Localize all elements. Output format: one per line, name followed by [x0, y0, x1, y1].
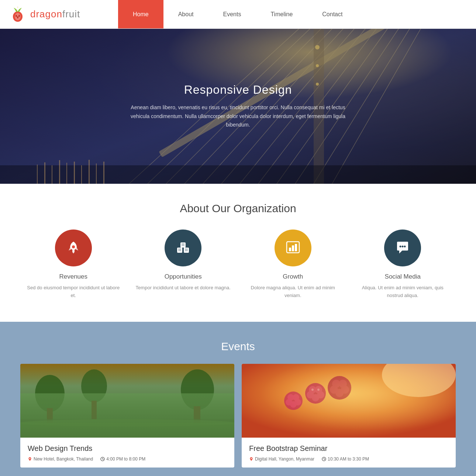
svg-point-78 [335, 389, 344, 397]
location-icon [28, 457, 32, 461]
svg-rect-31 [37, 165, 38, 184]
svg-point-68 [315, 386, 322, 393]
feature-revenues: Revenues Sed do eiusmod tempor incididun… [25, 230, 121, 300]
main-nav: Home About Events Timeline Contact [118, 0, 476, 28]
nav-home[interactable]: Home [118, 0, 163, 28]
opportunities-title: Opportunities [165, 273, 202, 280]
opportunities-desc: Tempor incididunt ut labore et dolore ma… [136, 284, 231, 292]
event-time-bootstrap: 10:30 AM to 3:30 PM [322, 456, 369, 462]
growth-desc: Dolore magna aliqua. Ut enim ad minim ve… [245, 284, 341, 300]
logo-icon [9, 6, 27, 23]
event-meta-bootstrap: Digital Hall, Yangon, Myanmar 10:30 AM t… [249, 456, 448, 462]
svg-point-77 [341, 386, 349, 394]
svg-point-22 [315, 45, 320, 49]
svg-rect-54 [92, 401, 97, 419]
svg-point-65 [382, 364, 456, 397]
logo-text: dragonfruit [30, 8, 80, 20]
svg-point-51 [35, 375, 65, 412]
svg-rect-57 [20, 419, 234, 438]
revenues-desc: Sed do eiusmod tempor incididunt ut labo… [25, 284, 121, 300]
svg-rect-35 [66, 163, 67, 184]
about-title: About Our Organization [22, 202, 454, 215]
svg-rect-42 [182, 243, 184, 246]
svg-rect-58 [20, 423, 234, 438]
event-card-web-design[interactable]: Web Design Trends New Hotel, Bangkok, Th… [20, 364, 234, 468]
events-title: Events [11, 340, 465, 353]
svg-point-47 [400, 246, 401, 248]
svg-point-60 [30, 458, 31, 459]
svg-point-72 [311, 389, 314, 391]
svg-point-81 [287, 394, 294, 401]
svg-rect-32 [44, 162, 45, 184]
events-section: Events [0, 322, 476, 476]
svg-point-79 [330, 386, 338, 394]
location-icon-2 [249, 457, 253, 461]
logo-area: dragonfruit [0, 6, 118, 23]
svg-point-74 [328, 376, 351, 400]
growth-icon-circle [275, 230, 311, 266]
events-grid: Web Design Trends New Hotel, Bangkok, Th… [11, 364, 465, 468]
event-location-text-1: New Hotel, Bangkok, Thailand [34, 456, 93, 462]
svg-rect-46 [295, 244, 297, 251]
svg-point-69 [317, 391, 324, 399]
svg-rect-29 [96, 163, 97, 184]
svg-point-70 [312, 394, 319, 401]
svg-point-55 [181, 369, 214, 410]
opportunities-icon-circle [165, 230, 201, 266]
svg-point-75 [332, 380, 340, 388]
feature-social: Social Media Aliqua. Ut enim ad minim ve… [355, 230, 451, 300]
svg-point-71 [307, 391, 314, 399]
event-meta-web-design: New Hotel, Bangkok, Thailand 4:00 PM to … [28, 456, 227, 462]
event-location-bootstrap: Digital Hall, Yangon, Myanmar [249, 456, 314, 462]
svg-point-36 [72, 245, 75, 248]
svg-line-89 [324, 459, 325, 460]
svg-point-59 [20, 419, 234, 427]
svg-rect-44 [289, 248, 291, 251]
feature-growth: Growth Dolore magna aliqua. Ut enim ad m… [245, 230, 341, 300]
hero-title: Responsive Design [127, 83, 349, 97]
event-location-web-design: New Hotel, Bangkok, Thailand [28, 456, 93, 462]
hero-content: Responsive Design Aenean diam libero, ve… [127, 83, 349, 130]
hero-description: Aenean diam libero, venenatis eu risus e… [127, 103, 349, 130]
hero-section: Responsive Design Aenean diam libero, ve… [0, 29, 476, 184]
svg-point-83 [294, 399, 301, 406]
svg-point-82 [293, 394, 299, 401]
event-name-bootstrap: Free Bootstrap Seminar [249, 444, 448, 453]
nav-timeline[interactable]: Timeline [256, 0, 307, 28]
event-card-bootstrap[interactable]: Free Bootstrap Seminar Digital Hall, Yan… [242, 364, 456, 468]
nav-events[interactable]: Events [208, 0, 256, 28]
social-desc: Aliqua. Ut enim ad minim veniam, quis no… [355, 284, 451, 300]
event-info-bootstrap: Free Bootstrap Seminar Digital Hall, Yan… [242, 438, 456, 468]
revenues-icon-circle [55, 230, 92, 266]
svg-point-80 [284, 392, 303, 410]
svg-point-48 [402, 246, 404, 248]
nav-about[interactable]: About [163, 0, 208, 28]
feature-opportunities: Opportunities Tempor incididunt ut labor… [135, 230, 231, 300]
svg-rect-41 [185, 248, 188, 251]
svg-rect-30 [103, 162, 104, 184]
svg-rect-45 [292, 245, 294, 251]
svg-rect-26 [74, 162, 75, 184]
event-time-text-1: 4:00 PM to 8:00 PM [106, 456, 145, 462]
svg-point-85 [286, 399, 292, 406]
svg-line-63 [103, 459, 104, 460]
clock-icon-2 [322, 457, 326, 461]
svg-point-84 [290, 401, 297, 408]
revenues-title: Revenues [59, 273, 87, 280]
svg-rect-40 [178, 248, 181, 251]
svg-rect-34 [59, 160, 60, 184]
event-image-park [20, 364, 234, 438]
boxes-icon [175, 239, 192, 256]
nav-contact[interactable]: Contact [307, 0, 357, 28]
features-grid: Revenues Sed do eiusmod tempor incididun… [22, 230, 454, 300]
about-section: About Our Organization Revenues Sed do e… [0, 184, 476, 322]
event-time-text-2: 10:30 AM to 3:30 PM [328, 456, 369, 462]
event-time-web-design: 4:00 PM to 8:00 PM [100, 456, 145, 462]
clock-icon [100, 457, 105, 461]
svg-point-3 [18, 15, 20, 17]
svg-point-76 [339, 380, 347, 388]
svg-rect-52 [47, 408, 53, 423]
rocket-icon [65, 239, 82, 256]
event-location-text-2: Digital Hall, Yangon, Myanmar [255, 456, 314, 462]
svg-point-67 [309, 386, 316, 393]
